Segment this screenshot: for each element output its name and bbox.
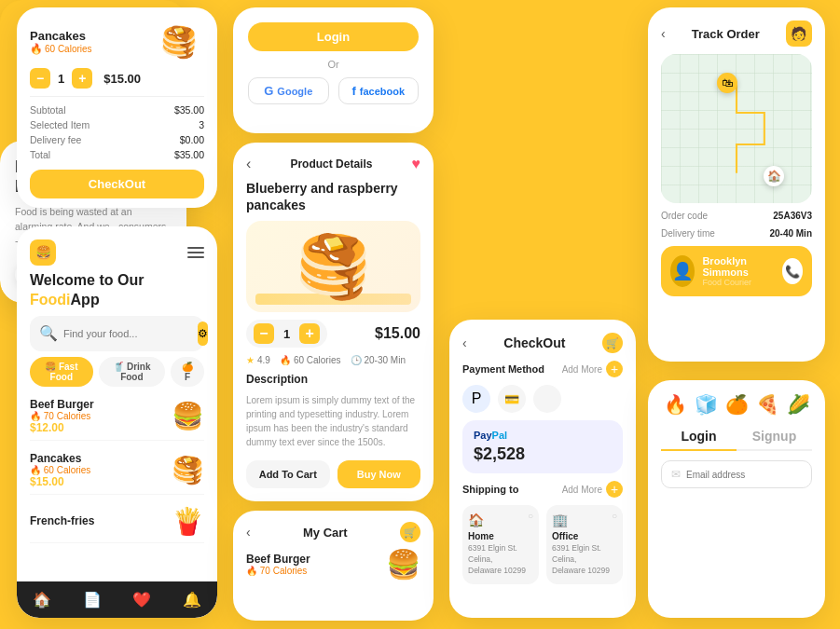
mycart-card: ‹ My Cart 🛒 Beef Burger 🔥 70 Calories 🍔 — [233, 511, 434, 621]
checkout-cart-icon: 🛒 — [602, 333, 623, 353]
track-title: Track Order — [692, 27, 760, 41]
auth-tabs: Login Signup — [661, 429, 812, 451]
search-bar: 🔍 ⚙ — [30, 316, 204, 351]
payment-icons-row: P 💳 — [462, 385, 623, 413]
cart-card: Pancakes 🔥 60 Calories 🥞 − 1 + $15.00 Su… — [17, 7, 217, 208]
address-details: 6391 Elgin St. Celina,Delaware 10299 — [468, 543, 533, 577]
food-name: French-fries — [30, 514, 94, 527]
payment-section-title: Payment Method Add More + — [462, 361, 623, 377]
product-meta: ★4.9 🔥 60 Calories 🕒 20-30 Min — [246, 355, 420, 365]
paypal-card[interactable]: PayPal $2,528 — [462, 420, 623, 473]
login-tab[interactable]: Login — [661, 429, 737, 451]
track-profile-icon: 🧑 — [786, 21, 812, 47]
google-icon: G — [264, 84, 273, 98]
auth-emoji-row: 🔥 🧊 🍊 🍕 🌽 — [664, 393, 810, 416]
apple-pay-icon[interactable] — [533, 385, 561, 413]
mycart-item-calories: 🔥 70 Calories — [246, 566, 310, 576]
product-time: 🕒 20-30 Min — [351, 355, 406, 365]
filter-button[interactable]: ⚙ — [198, 321, 208, 346]
food-item-pancakes[interactable]: Pancakes 🔥 60 Calories $15.00 🥞 — [30, 446, 204, 495]
email-input-row: ✉ — [661, 460, 812, 488]
address-home[interactable]: 🏠 Home 6391 Elgin St. Celina,Delaware 10… — [462, 505, 539, 584]
favorite-icon[interactable]: ♥ — [411, 156, 420, 172]
pill-drink-food[interactable]: 🥤 Drink Food — [99, 357, 165, 387]
paypal-logo: PayPal — [474, 430, 612, 441]
nav-bell-icon[interactable]: 🔔 — [183, 591, 201, 608]
food-price: $15.00 — [30, 475, 90, 488]
food-calories: 🔥 60 Calories — [30, 465, 90, 475]
cart-quantity: 1 — [58, 72, 64, 86]
google-login-button[interactable]: G Google — [248, 77, 329, 104]
cart-minus-button[interactable]: − — [30, 68, 50, 89]
cart-delivery-row: Delivery fee$0.00 — [30, 134, 204, 145]
add-to-cart-button[interactable]: Add To Cart — [246, 460, 330, 488]
checkout-card: ‹ CheckOut 🛒 Payment Method Add More + P… — [449, 320, 636, 618]
food-name: Beef Burger — [30, 398, 94, 411]
add-payment-button[interactable]: + — [606, 361, 623, 377]
nav-heart-icon[interactable]: ❤️ — [132, 591, 151, 608]
login-button[interactable]: Login — [248, 22, 419, 51]
mycart-item-image: 🍔 — [386, 548, 420, 581]
address-details: 6391 Elgin St. Celina,Delaware 10299 — [552, 543, 617, 577]
login-or-text: Or — [327, 59, 338, 70]
mycart-back-button[interactable]: ‹ — [246, 525, 251, 540]
cart-plus-button[interactable]: + — [72, 68, 92, 89]
food-item-beef-burger[interactable]: Beef Burger 🔥 70 Calories $12.00 🍔 — [30, 392, 204, 441]
email-field[interactable] — [686, 470, 805, 480]
food-image: 🍟 — [172, 506, 204, 537]
quantity-value: 1 — [283, 327, 290, 341]
nav-bookmark-icon[interactable]: 📄 — [83, 591, 102, 608]
food-app-card: 🍔 Welcome to Our FoodiApp 🔍 ⚙ 🍔 Fast Foo… — [17, 226, 217, 618]
order-code-label: Order code — [661, 211, 708, 221]
delivery-time-row: Delivery time 20-40 Min — [661, 228, 812, 239]
quantity-minus-button[interactable]: − — [254, 323, 274, 344]
checkout-back-button[interactable]: ‹ — [462, 335, 467, 350]
pill-other[interactable]: 🍊 F — [171, 357, 204, 387]
product-image-area: 🥞 — [246, 221, 420, 312]
buy-now-button[interactable]: Buy Now — [337, 460, 421, 488]
map-route-svg — [661, 54, 812, 203]
cart-item-name: Pancakes — [30, 29, 92, 43]
office-icon: 🏢 — [552, 513, 617, 527]
product-quantity-row: − 1 + $15.00 — [246, 320, 420, 348]
home-icon: 🏠 — [468, 513, 533, 527]
shipping-section-title: Shipping to Add More + — [462, 481, 623, 498]
pill-fast-food[interactable]: 🍔 Fast Food — [30, 357, 93, 387]
mastercard-icon[interactable]: 💳 — [498, 385, 526, 413]
description-text: Lorem ipsum is simply dummy text of the … — [246, 393, 420, 449]
shipping-addresses: 🏠 Home 6391 Elgin St. Celina,Delaware 10… — [462, 505, 623, 584]
call-courier-button[interactable]: 📞 — [782, 258, 803, 284]
paypal-icon[interactable]: P — [462, 385, 490, 413]
add-address-button[interactable]: + — [606, 481, 623, 498]
address-office[interactable]: 🏢 Office 6391 Elgin St. Celina,Delaware … — [546, 505, 623, 584]
back-button[interactable]: ‹ — [246, 156, 251, 172]
food-item-fries[interactable]: French-fries 🍟 — [30, 500, 204, 543]
food-image: 🥞 — [172, 455, 204, 485]
map-pin-bottom: 🏠 — [764, 166, 784, 186]
nav-home-icon[interactable]: 🏠 — [33, 591, 51, 608]
search-icon: 🔍 — [39, 324, 58, 342]
product-calories: 🔥 60 Calories — [280, 355, 341, 365]
emoji-orange: 🍊 — [725, 393, 749, 416]
cart-total-row: Total$35.00 — [30, 149, 204, 160]
courier-avatar: 👤 — [670, 255, 695, 287]
welcome-text: Welcome to Our FoodiApp — [30, 271, 204, 310]
product-header: ‹ Product Details ♥ — [246, 156, 420, 172]
hamburger-menu[interactable] — [187, 247, 204, 258]
track-back-button[interactable]: ‹ — [661, 26, 666, 41]
courier-name: Brooklyn Simmons — [702, 255, 775, 278]
emoji-ice: 🧊 — [695, 393, 718, 416]
quantity-plus-button[interactable]: + — [299, 323, 320, 344]
address-name: Home — [468, 531, 533, 541]
search-input[interactable] — [63, 328, 192, 339]
facebook-login-button[interactable]: f facebook — [338, 77, 420, 104]
checkout-button[interactable]: CheckOut — [30, 170, 204, 198]
cart-item-calories: 🔥 60 Calories — [30, 43, 92, 55]
product-rating: ★4.9 — [246, 355, 270, 365]
courier-card: 👤 Brooklyn Simmons Food Courier 📞 — [661, 246, 812, 296]
bottom-navigation: 🏠 📄 ❤️ 🔔 — [17, 581, 217, 618]
cart-item-price: $15.00 — [103, 72, 141, 86]
courier-role: Food Courier — [702, 278, 775, 287]
signup-tab[interactable]: Signup — [737, 429, 812, 449]
checkout-header: ‹ CheckOut 🛒 — [462, 333, 623, 353]
